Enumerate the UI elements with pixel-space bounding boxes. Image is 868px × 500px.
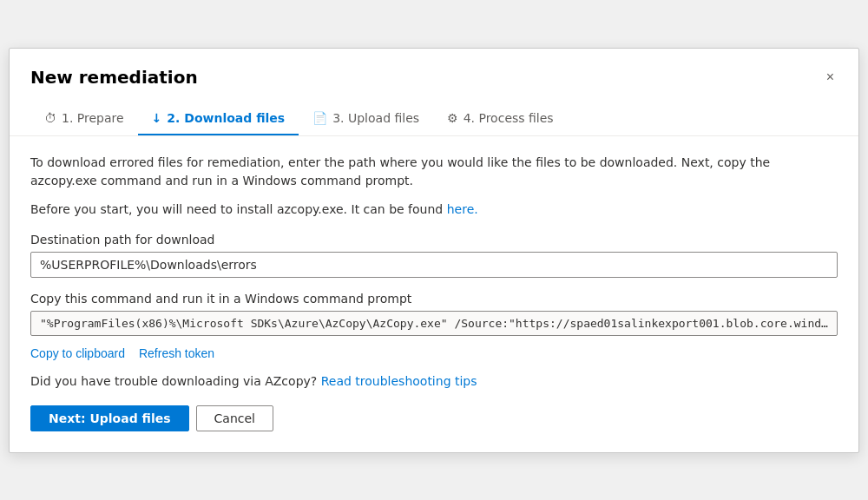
process-icon: ⚙ [447,111,458,125]
tab-upload[interactable]: 📄 3. Upload files [299,102,433,135]
tab-prepare[interactable]: ⏱ 1. Prepare [30,102,138,135]
command-display: "%ProgramFiles(x86)%\Microsoft SDKs\Azur… [30,311,838,336]
tab-prepare-label: 1. Prepare [62,111,124,125]
footer: Next: Upload files Cancel [30,405,838,431]
command-label: Copy this command and run it in a Window… [30,292,838,306]
tab-process-label: 4. Process files [464,111,554,125]
dialog-title: New remediation [30,67,198,88]
dialog-header: New remediation × [10,49,858,89]
here-link[interactable]: here. [447,202,478,216]
link-row: Copy to clipboard Refresh token [30,346,838,360]
description-2: Before you start, you will need to insta… [30,201,838,219]
troubleshoot-link[interactable]: Read troubleshooting tips [321,374,477,388]
tabs-container: ⏱ 1. Prepare ↓ 2. Download files 📄 3. Up… [10,102,858,136]
upload-icon: 📄 [312,111,327,125]
download-icon: ↓ [152,111,162,125]
tab-download[interactable]: ↓ 2. Download files [138,102,299,135]
dialog-body: To download errored files for remediatio… [10,136,858,452]
destination-input[interactable] [30,252,838,278]
troubleshoot-prefix: Did you have trouble downloading via AZc… [30,374,321,388]
prepare-icon: ⏱ [44,111,56,125]
destination-label: Destination path for download [30,233,838,247]
cancel-button[interactable]: Cancel [196,405,273,431]
refresh-token-button[interactable]: Refresh token [139,346,214,360]
new-remediation-dialog: New remediation × ⏱ 1. Prepare ↓ 2. Down… [9,48,859,453]
tab-download-label: 2. Download files [167,111,285,125]
tab-upload-label: 3. Upload files [332,111,419,125]
next-upload-button[interactable]: Next: Upload files [30,405,189,431]
copy-to-clipboard-button[interactable]: Copy to clipboard [30,346,125,360]
description-2-prefix: Before you start, you will need to insta… [30,202,447,216]
tab-process[interactable]: ⚙ 4. Process files [433,102,568,135]
close-button[interactable]: × [823,66,838,89]
troubleshoot-row: Did you have trouble downloading via AZc… [30,374,838,388]
description-1: To download errored files for remediatio… [30,154,838,190]
